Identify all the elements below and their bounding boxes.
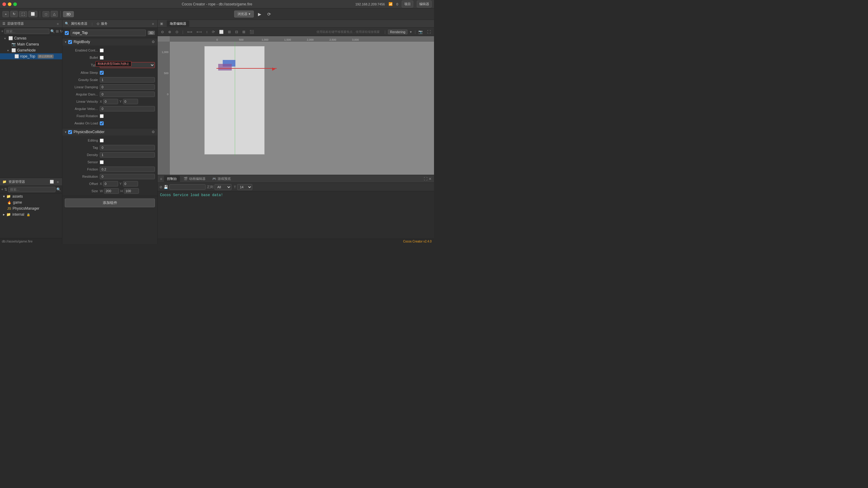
console-search-input[interactable]: [169, 184, 206, 190]
fixed-rotation-label: Fixed Rotation: [65, 114, 98, 118]
hierarchy-search-input[interactable]: [4, 29, 50, 34]
scene-tool-7[interactable]: ⊟: [234, 29, 240, 35]
type-select[interactable]: Static Dynamic Kinematic: [100, 62, 155, 68]
linear-velocity-y-input[interactable]: [123, 99, 138, 104]
left-panel: ☰ 层级管理器 ≡ + 🔍 ⊞ ↻ ▾ ⬜ Canvas 📷 Main: [0, 20, 62, 244]
angular-velocity-input[interactable]: [100, 106, 155, 111]
bottom-close-button[interactable]: ✕: [429, 177, 432, 181]
tab-console[interactable]: 控制台: [164, 175, 180, 182]
zoom-fit-button[interactable]: ⊙: [174, 29, 180, 35]
angular-damping-input[interactable]: [100, 92, 155, 97]
assets-add-button[interactable]: +: [1, 187, 3, 192]
node-enabled-checkbox[interactable]: [65, 31, 69, 35]
tree-item-canvas[interactable]: ▾ ⬜ Canvas: [0, 35, 62, 41]
asset-item-assets[interactable]: ▾ 📁 assets: [0, 193, 62, 199]
assets-sort-button[interactable]: ⇅: [4, 187, 7, 192]
scene-cam-button[interactable]: 📷: [417, 29, 424, 35]
refresh-button[interactable]: ↻: [10, 11, 18, 17]
scene-tool-3[interactable]: ↕: [204, 29, 209, 35]
restitution-input[interactable]: [100, 174, 155, 179]
node-name-input[interactable]: [70, 30, 146, 36]
tag-input[interactable]: [100, 145, 155, 150]
project-button[interactable]: 项目: [402, 1, 413, 7]
ruler-2000: 2,000: [307, 38, 314, 41]
scene-tool-6[interactable]: ⊞: [226, 29, 232, 35]
asset-item-game[interactable]: 🔥 game: [0, 199, 62, 205]
props-more-button[interactable]: ≡: [151, 22, 155, 26]
tree-item-main-camera[interactable]: 📷 Main Camera: [0, 41, 62, 47]
console-font-size-select[interactable]: 14 12 16: [237, 184, 252, 190]
minimize-button[interactable]: [8, 2, 11, 6]
hier-search-button[interactable]: 🔍: [50, 29, 55, 33]
tree-item-rope-top[interactable]: ⬜ rope_Top 静止的刚体: [0, 53, 62, 59]
close-button[interactable]: [2, 2, 6, 6]
hierarchy-more-button[interactable]: ≡: [56, 22, 60, 26]
play-button[interactable]: ▶: [256, 11, 263, 17]
console-clear-button[interactable]: ⊘: [159, 185, 162, 189]
density-input[interactable]: [100, 152, 155, 158]
assets-folder-icon-item: 📁: [6, 194, 11, 198]
size-h-input[interactable]: [124, 188, 139, 194]
assets-copy-button[interactable]: ⬜: [49, 180, 55, 184]
offset-y-input[interactable]: [123, 181, 138, 187]
scene-tool-5[interactable]: ⬜: [218, 29, 225, 35]
collider-header[interactable]: ▾ PhysicsBoxCollider ⚙: [62, 128, 157, 135]
zoom-in-button[interactable]: ⊕: [167, 29, 173, 35]
assets-search-button[interactable]: 🔍: [56, 187, 61, 192]
linear-damping-input[interactable]: [100, 84, 155, 90]
rigidbody-header[interactable]: ▾ RigidBody ⚙: [62, 38, 157, 45]
fixed-rotation-checkbox[interactable]: [100, 114, 104, 118]
hier-sort-button[interactable]: ⊞: [56, 29, 59, 33]
asset-item-internal[interactable]: ▸ 📁 internal 🔒: [0, 212, 62, 218]
add-node-button[interactable]: +: [2, 11, 9, 17]
rendering-dropdown[interactable]: ▾: [410, 30, 412, 34]
scene-tool-4[interactable]: ⟳: [210, 29, 216, 35]
enabled-cont-checkbox[interactable]: [100, 48, 104, 53]
size-w-input[interactable]: [104, 188, 119, 194]
rigidbody-enabled-checkbox[interactable]: [68, 40, 72, 44]
assets-more-button[interactable]: ≡: [56, 180, 60, 184]
editor-button[interactable]: 编辑器: [417, 1, 432, 7]
hier-add-button[interactable]: +: [1, 29, 3, 33]
scene-viewport[interactable]: 0 500 1,000 1,500 2,000 2,500 3,000 1,00…: [158, 36, 434, 175]
scene-tool-1[interactable]: ⟺: [186, 29, 194, 35]
fullscreen-button[interactable]: ⛶: [19, 11, 27, 17]
scene-tool-2[interactable]: ⟻: [195, 29, 203, 35]
asset-item-physics[interactable]: JS PhysicsManager: [0, 205, 62, 212]
scene-tool-9[interactable]: ⬛: [248, 29, 255, 35]
offset-x-input[interactable]: [103, 181, 118, 187]
scene-tool-8[interactable]: ⊠: [241, 29, 247, 35]
pause-button[interactable]: ⟳: [266, 11, 273, 17]
collider-enabled-checkbox[interactable]: [68, 130, 72, 134]
tree-item-gamenode[interactable]: ▾ ⬜ GameNode: [0, 47, 62, 53]
build-button[interactable]: □: [42, 11, 50, 17]
rigidbody-gear-icon[interactable]: ⚙: [152, 40, 155, 44]
bullet-checkbox[interactable]: [100, 56, 104, 60]
sensor-checkbox[interactable]: [100, 160, 104, 164]
screenshot-button[interactable]: ⬜: [28, 11, 37, 17]
maximize-button[interactable]: [13, 2, 17, 6]
friction-input[interactable]: [100, 167, 155, 172]
scene-tab[interactable]: 场景编辑器: [167, 21, 189, 27]
gravity-scale-input[interactable]: [100, 77, 155, 83]
publish-button[interactable]: △: [51, 11, 58, 17]
editing-checkbox[interactable]: [100, 138, 104, 142]
add-component-button[interactable]: 添加组件: [65, 198, 155, 207]
scene-expand-button[interactable]: ⛶: [426, 29, 432, 35]
prop-type: Type Static Dynamic Kinematic 刚体的类型Stati…: [62, 61, 157, 69]
bottom-expand-button[interactable]: ⛶: [424, 177, 427, 181]
3d-toggle[interactable]: 3D: [63, 11, 74, 17]
allow-sleep-checkbox[interactable]: [100, 71, 104, 75]
browser-button[interactable]: 浏览器 ▾: [234, 10, 254, 18]
console-save-button[interactable]: 💾: [164, 185, 168, 189]
assets-search-input[interactable]: [8, 187, 56, 192]
collider-gear-icon[interactable]: ⚙: [152, 130, 155, 134]
tab-animation[interactable]: 🎬 动画编辑器: [181, 175, 209, 182]
linear-velocity-x-input[interactable]: [103, 99, 118, 104]
rendering-badge[interactable]: Rendering: [388, 30, 407, 34]
console-filter-select[interactable]: All Log Warn Error: [215, 184, 231, 190]
awake-on-load-checkbox[interactable]: [100, 121, 104, 125]
tab-preview[interactable]: 🎮 游戏预览: [209, 175, 234, 182]
sensor-label: Sensor: [65, 160, 98, 164]
zoom-out-button[interactable]: ⊖: [159, 29, 165, 35]
